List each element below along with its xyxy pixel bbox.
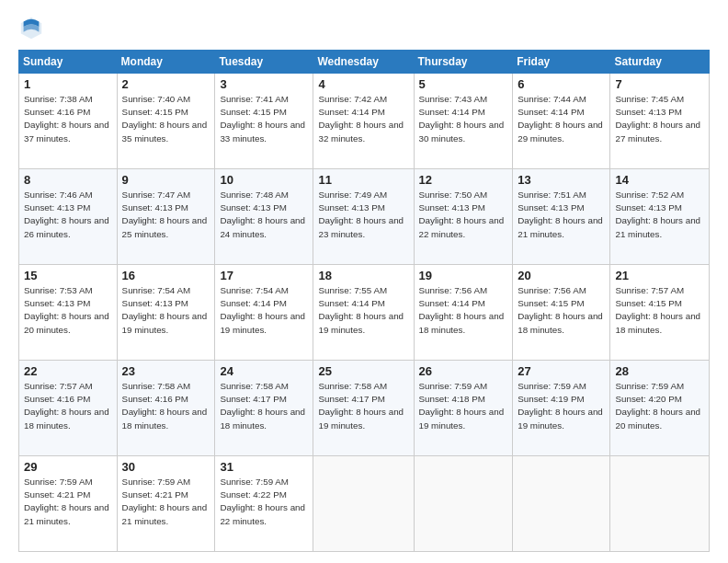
calendar-week-4: 22 Sunrise: 7:57 AMSunset: 4:16 PMDaylig… xyxy=(19,361,710,456)
day-detail: Sunrise: 7:41 AMSunset: 4:15 PMDaylight:… xyxy=(220,94,305,144)
day-detail: Sunrise: 7:59 AMSunset: 4:19 PMDaylight:… xyxy=(518,381,603,431)
day-detail: Sunrise: 7:54 AMSunset: 4:13 PMDaylight:… xyxy=(122,285,208,335)
day-cell-8: 8 Sunrise: 7:46 AMSunset: 4:13 PMDayligh… xyxy=(19,169,118,265)
day-cell-21: 21 Sunrise: 7:57 AMSunset: 4:15 PMDaylig… xyxy=(610,265,710,361)
day-detail: Sunrise: 7:53 AMSunset: 4:13 PMDaylight:… xyxy=(24,285,109,335)
day-detail: Sunrise: 7:57 AMSunset: 4:16 PMDaylight:… xyxy=(24,381,109,431)
day-cell-3: 3 Sunrise: 7:41 AMSunset: 4:15 PMDayligh… xyxy=(215,74,313,169)
day-number: 16 xyxy=(122,269,210,282)
day-detail: Sunrise: 7:59 AMSunset: 4:21 PMDaylight:… xyxy=(24,477,109,526)
logo-icon xyxy=(18,15,44,40)
day-cell-9: 9 Sunrise: 7:47 AMSunset: 4:13 PMDayligh… xyxy=(117,169,215,265)
day-number: 7 xyxy=(615,77,704,91)
day-number: 8 xyxy=(24,173,112,187)
day-number: 9 xyxy=(122,173,210,187)
day-detail: Sunrise: 7:48 AMSunset: 4:13 PMDaylight:… xyxy=(220,190,305,239)
day-number: 21 xyxy=(615,269,704,282)
day-number: 28 xyxy=(615,364,704,378)
day-cell-12: 12 Sunrise: 7:50 AMSunset: 4:13 PMDaylig… xyxy=(414,169,513,265)
day-cell-30: 30 Sunrise: 7:59 AMSunset: 4:21 PMDaylig… xyxy=(117,456,215,552)
day-number: 13 xyxy=(518,173,605,187)
day-cell-28: 28 Sunrise: 7:59 AMSunset: 4:20 PMDaylig… xyxy=(610,361,710,456)
weekday-header-row: SundayMondayTuesdayWednesdayThursdayFrid… xyxy=(19,51,710,74)
day-number: 5 xyxy=(419,77,508,91)
weekday-header-thursday: Thursday xyxy=(414,51,513,74)
day-cell-24: 24 Sunrise: 7:58 AMSunset: 4:17 PMDaylig… xyxy=(215,361,313,456)
day-detail: Sunrise: 7:54 AMSunset: 4:14 PMDaylight:… xyxy=(220,285,305,335)
day-cell-18: 18 Sunrise: 7:55 AMSunset: 4:14 PMDaylig… xyxy=(313,265,414,361)
empty-cell xyxy=(513,456,610,552)
day-detail: Sunrise: 7:57 AMSunset: 4:15 PMDaylight:… xyxy=(615,285,700,335)
day-detail: Sunrise: 7:42 AMSunset: 4:14 PMDaylight:… xyxy=(318,94,404,144)
day-cell-15: 15 Sunrise: 7:53 AMSunset: 4:13 PMDaylig… xyxy=(19,265,118,361)
day-detail: Sunrise: 7:43 AMSunset: 4:14 PMDaylight:… xyxy=(419,94,505,144)
day-number: 20 xyxy=(518,269,605,282)
weekday-header-saturday: Saturday xyxy=(610,51,710,74)
day-cell-22: 22 Sunrise: 7:57 AMSunset: 4:16 PMDaylig… xyxy=(19,361,118,456)
day-cell-13: 13 Sunrise: 7:51 AMSunset: 4:13 PMDaylig… xyxy=(513,169,610,265)
day-cell-11: 11 Sunrise: 7:49 AMSunset: 4:13 PMDaylig… xyxy=(313,169,414,265)
day-cell-16: 16 Sunrise: 7:54 AMSunset: 4:13 PMDaylig… xyxy=(117,265,215,361)
day-number: 19 xyxy=(419,269,508,282)
day-number: 10 xyxy=(220,173,308,187)
day-cell-14: 14 Sunrise: 7:52 AMSunset: 4:13 PMDaylig… xyxy=(610,169,710,265)
day-cell-10: 10 Sunrise: 7:48 AMSunset: 4:13 PMDaylig… xyxy=(215,169,313,265)
day-cell-23: 23 Sunrise: 7:58 AMSunset: 4:16 PMDaylig… xyxy=(117,361,215,456)
day-number: 24 xyxy=(220,364,308,378)
day-cell-2: 2 Sunrise: 7:40 AMSunset: 4:15 PMDayligh… xyxy=(117,74,215,169)
day-number: 31 xyxy=(220,460,308,474)
day-number: 15 xyxy=(24,269,112,282)
day-cell-17: 17 Sunrise: 7:54 AMSunset: 4:14 PMDaylig… xyxy=(215,265,313,361)
day-number: 1 xyxy=(24,77,112,91)
logo xyxy=(18,15,48,40)
day-detail: Sunrise: 7:51 AMSunset: 4:13 PMDaylight:… xyxy=(518,190,603,239)
day-cell-6: 6 Sunrise: 7:44 AMSunset: 4:14 PMDayligh… xyxy=(513,74,610,169)
day-cell-1: 1 Sunrise: 7:38 AMSunset: 4:16 PMDayligh… xyxy=(19,74,118,169)
day-detail: Sunrise: 7:56 AMSunset: 4:14 PMDaylight:… xyxy=(419,285,505,335)
day-cell-31: 31 Sunrise: 7:59 AMSunset: 4:22 PMDaylig… xyxy=(215,456,313,552)
day-detail: Sunrise: 7:59 AMSunset: 4:20 PMDaylight:… xyxy=(615,381,700,431)
day-detail: Sunrise: 7:45 AMSunset: 4:13 PMDaylight:… xyxy=(615,94,700,144)
day-number: 27 xyxy=(518,364,605,378)
day-cell-27: 27 Sunrise: 7:59 AMSunset: 4:19 PMDaylig… xyxy=(513,361,610,456)
day-detail: Sunrise: 7:59 AMSunset: 4:22 PMDaylight:… xyxy=(220,477,305,526)
calendar-week-3: 15 Sunrise: 7:53 AMSunset: 4:13 PMDaylig… xyxy=(19,265,710,361)
day-cell-5: 5 Sunrise: 7:43 AMSunset: 4:14 PMDayligh… xyxy=(414,74,513,169)
day-detail: Sunrise: 7:44 AMSunset: 4:14 PMDaylight:… xyxy=(518,94,603,144)
weekday-header-wednesday: Wednesday xyxy=(313,51,414,74)
day-detail: Sunrise: 7:52 AMSunset: 4:13 PMDaylight:… xyxy=(615,190,700,239)
day-number: 6 xyxy=(518,77,605,91)
day-number: 23 xyxy=(122,364,210,378)
day-number: 12 xyxy=(419,173,508,187)
day-cell-29: 29 Sunrise: 7:59 AMSunset: 4:21 PMDaylig… xyxy=(19,456,118,552)
day-detail: Sunrise: 7:56 AMSunset: 4:15 PMDaylight:… xyxy=(518,285,603,335)
empty-cell xyxy=(414,456,513,552)
day-number: 2 xyxy=(122,77,210,91)
empty-cell xyxy=(610,456,710,552)
day-cell-4: 4 Sunrise: 7:42 AMSunset: 4:14 PMDayligh… xyxy=(313,74,414,169)
day-detail: Sunrise: 7:47 AMSunset: 4:13 PMDaylight:… xyxy=(122,190,208,239)
day-detail: Sunrise: 7:58 AMSunset: 4:16 PMDaylight:… xyxy=(122,381,208,431)
day-number: 11 xyxy=(318,173,408,187)
day-number: 17 xyxy=(220,269,308,282)
day-detail: Sunrise: 7:49 AMSunset: 4:13 PMDaylight:… xyxy=(318,190,404,239)
day-cell-26: 26 Sunrise: 7:59 AMSunset: 4:18 PMDaylig… xyxy=(414,361,513,456)
day-number: 22 xyxy=(24,364,112,378)
day-detail: Sunrise: 7:50 AMSunset: 4:13 PMDaylight:… xyxy=(419,190,505,239)
day-number: 14 xyxy=(615,173,704,187)
day-detail: Sunrise: 7:38 AMSunset: 4:16 PMDaylight:… xyxy=(24,94,109,144)
empty-cell xyxy=(313,456,414,552)
day-detail: Sunrise: 7:58 AMSunset: 4:17 PMDaylight:… xyxy=(318,381,404,431)
calendar-week-2: 8 Sunrise: 7:46 AMSunset: 4:13 PMDayligh… xyxy=(19,169,710,265)
day-cell-20: 20 Sunrise: 7:56 AMSunset: 4:15 PMDaylig… xyxy=(513,265,610,361)
day-detail: Sunrise: 7:59 AMSunset: 4:18 PMDaylight:… xyxy=(419,381,505,431)
weekday-header-tuesday: Tuesday xyxy=(215,51,313,74)
day-number: 4 xyxy=(318,77,408,91)
page: SundayMondayTuesdayWednesdayThursdayFrid… xyxy=(0,0,728,563)
day-number: 25 xyxy=(318,364,408,378)
day-number: 3 xyxy=(220,77,308,91)
day-detail: Sunrise: 7:59 AMSunset: 4:21 PMDaylight:… xyxy=(122,477,208,526)
day-number: 18 xyxy=(318,269,408,282)
calendar-week-1: 1 Sunrise: 7:38 AMSunset: 4:16 PMDayligh… xyxy=(19,74,710,169)
day-detail: Sunrise: 7:46 AMSunset: 4:13 PMDaylight:… xyxy=(24,190,109,239)
